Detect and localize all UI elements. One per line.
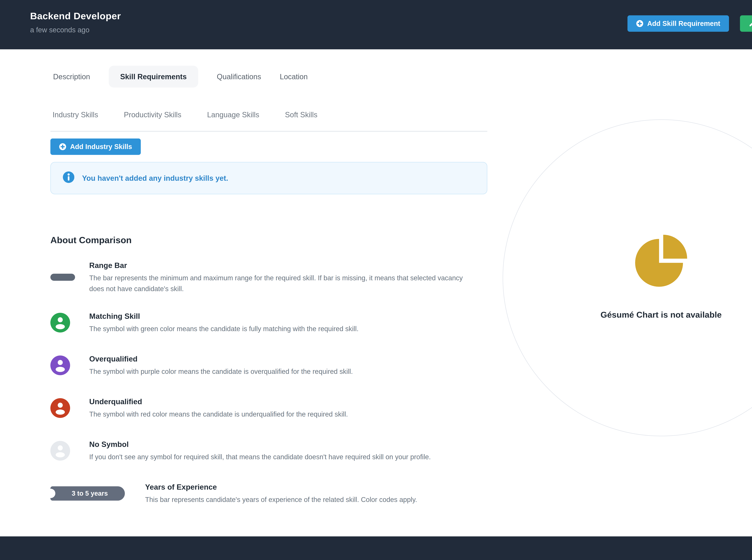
legend-item-title: No Symbol bbox=[89, 439, 472, 450]
add-skill-requirement-button[interactable]: Add Skill Requirement bbox=[628, 15, 729, 32]
legend-item-matching-skill: Matching Skill The symbol with green col… bbox=[51, 311, 472, 335]
legend-item-description: The bar represents the minimum and maxim… bbox=[89, 273, 472, 295]
header-actions: Add Skill Requirement Edit Vacancy Detai… bbox=[628, 15, 752, 32]
overqualified-icon bbox=[51, 356, 70, 375]
legend-item-description: This bar represents candidate's years of… bbox=[145, 494, 472, 505]
info-icon bbox=[63, 172, 74, 185]
legend-item-years-of-experience: 3 to 5 years Years of Experience This ba… bbox=[51, 482, 472, 505]
legend-item-title: Years of Experience bbox=[145, 482, 472, 493]
add-skill-requirement-label: Add Skill Requirement bbox=[647, 20, 720, 27]
legend-item-no-symbol: No Symbol If you don't see any symbol fo… bbox=[51, 439, 472, 463]
add-industry-skills-label: Add Industry Skills bbox=[70, 143, 132, 151]
plus-circle-icon bbox=[59, 143, 66, 150]
empty-skills-alert: You haven't added any industry skills ye… bbox=[51, 162, 487, 194]
vacancy-info: Backend Developer a few seconds ago bbox=[30, 0, 121, 34]
plus-circle-icon bbox=[636, 20, 643, 27]
legend-item-underqualified: Underqualified The symbol with red color… bbox=[51, 396, 472, 420]
subtab-industry-skills[interactable]: Industry Skills bbox=[53, 111, 98, 119]
subtab-language-skills[interactable]: Language Skills bbox=[207, 111, 259, 119]
legend-item-overqualified: Overqualified The symbol with purple col… bbox=[51, 354, 472, 377]
subtab-productivity-skills[interactable]: Productivity Skills bbox=[124, 111, 181, 119]
tab-bar: Description Skill Requirements Qualifica… bbox=[53, 66, 752, 88]
main-content: Description Skill Requirements Qualifica… bbox=[0, 49, 752, 537]
header: Backend Developer a few seconds ago Add … bbox=[0, 0, 752, 49]
tab-skill-requirements[interactable]: Skill Requirements bbox=[109, 66, 198, 88]
legend-item-description: The symbol with green color means the ca… bbox=[89, 323, 472, 335]
experience-badge-label: 3 to 5 years bbox=[72, 489, 108, 497]
matching-skill-icon bbox=[51, 313, 70, 333]
last-updated-text: a few seconds ago bbox=[30, 26, 121, 34]
experience-badge: 3 to 5 years bbox=[51, 486, 125, 501]
legend-item-title: Underqualified bbox=[89, 396, 472, 407]
legend-item-title: Overqualified bbox=[89, 354, 472, 364]
underqualified-icon bbox=[51, 398, 70, 418]
pie-chart-icon bbox=[635, 235, 687, 287]
page-title: Backend Developer bbox=[30, 11, 121, 21]
page: Backend Developer a few seconds ago Add … bbox=[0, 0, 752, 560]
gesume-chart-placeholder: Gésumé Chart is not available bbox=[503, 119, 752, 436]
legend-item-description: If you don't see any symbol for required… bbox=[89, 452, 472, 463]
legend-item-description: The symbol with red color means the cand… bbox=[89, 409, 472, 420]
chart-unavailable-message: Gésumé Chart is not available bbox=[600, 310, 722, 320]
pencil-icon bbox=[749, 20, 752, 27]
empty-skills-message: You haven't added any industry skills ye… bbox=[82, 174, 228, 182]
range-bar-icon bbox=[51, 274, 75, 281]
footer bbox=[0, 536, 752, 560]
legend-item-description: The symbol with purple color means the c… bbox=[89, 366, 472, 377]
tab-description[interactable]: Description bbox=[53, 73, 90, 81]
tab-qualifications[interactable]: Qualifications bbox=[217, 73, 261, 81]
subtabs-divider bbox=[51, 131, 487, 132]
legend-item-range-bar: Range Bar The bar represents the minimum… bbox=[51, 260, 472, 295]
no-symbol-icon bbox=[51, 441, 70, 461]
comparison-legend: Range Bar The bar represents the minimum… bbox=[51, 260, 472, 505]
subtab-bar: Industry Skills Productivity Skills Lang… bbox=[53, 107, 752, 122]
tab-location[interactable]: Location bbox=[280, 73, 308, 81]
legend-item-title: Matching Skill bbox=[89, 311, 472, 322]
legend-item-title: Range Bar bbox=[89, 260, 472, 271]
subtab-soft-skills[interactable]: Soft Skills bbox=[285, 111, 317, 119]
edit-vacancy-details-button[interactable]: Edit Vacancy Details bbox=[740, 15, 752, 32]
add-industry-skills-button[interactable]: Add Industry Skills bbox=[51, 139, 141, 155]
